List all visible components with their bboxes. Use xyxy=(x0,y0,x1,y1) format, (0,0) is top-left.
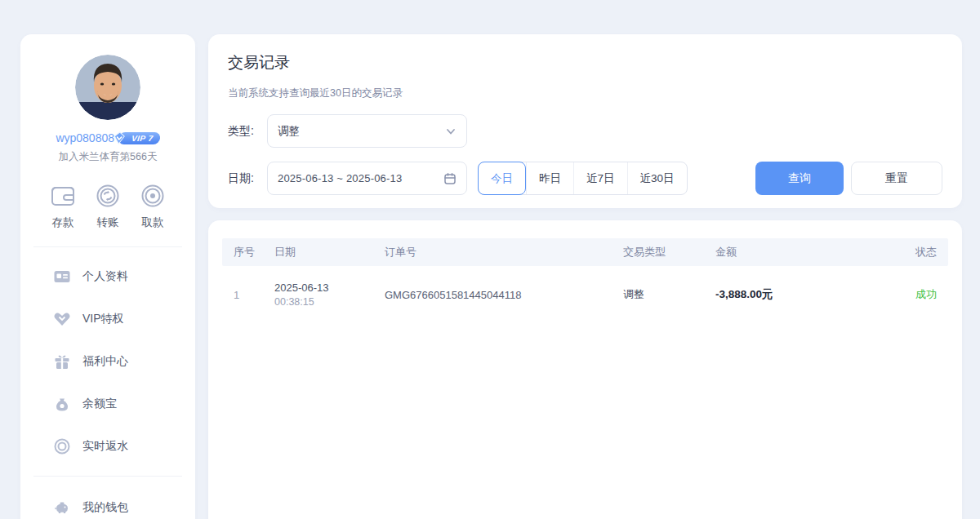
row-date: 2025-06-13 xyxy=(274,282,385,294)
filter-panel: 交易记录 当前系统支持查询最近30日的交易记录 类型: 调整 日期: 2025-… xyxy=(208,34,962,208)
sidebar-item-label: 实时返水 xyxy=(82,439,128,454)
date-range-input[interactable]: 2025-06-13 ~ 2025-06-13 xyxy=(267,162,467,195)
sidebar-item-vip[interactable]: VIP特权 xyxy=(20,298,195,340)
vip-heart-icon xyxy=(53,310,71,328)
transfer-icon xyxy=(93,182,122,210)
transfer-button[interactable]: 转账 xyxy=(93,182,122,230)
row-order-number: GMG6766051581445044118 xyxy=(385,289,623,301)
table-header: 序号 日期 订单号 交易类型 金额 状态 xyxy=(222,238,948,266)
withdraw-label: 取款 xyxy=(142,215,164,230)
column-header-amount: 金额 xyxy=(715,245,914,260)
deposit-label: 存款 xyxy=(52,215,74,230)
page-title: 交易记录 xyxy=(228,52,942,73)
sidebar-item-yuebao[interactable]: 余额宝 xyxy=(20,383,195,425)
sidebar-item-label: 个人资料 xyxy=(82,269,128,284)
join-days-text: 加入米兰体育第566天 xyxy=(20,150,195,164)
column-header-type: 交易类型 xyxy=(623,245,715,260)
deposit-button[interactable]: 存款 xyxy=(48,182,78,230)
transactions-table-panel: 序号 日期 订单号 交易类型 金额 状态 1 2025-06-13 00:38:… xyxy=(208,220,962,519)
quick-date-range-group: 今日 昨日 近7日 近30日 xyxy=(478,162,688,195)
vip-badge: VIP 7 xyxy=(118,132,160,144)
column-header-status: 状态 xyxy=(914,245,937,260)
filter-actions: 查询 重置 xyxy=(755,162,942,195)
column-header-date: 日期 xyxy=(274,245,385,260)
query-button[interactable]: 查询 xyxy=(755,162,844,195)
gift-icon xyxy=(53,353,71,370)
range-7days-button[interactable]: 近7日 xyxy=(573,162,627,194)
table-row: 1 2025-06-13 00:38:15 GMG676605158144504… xyxy=(222,266,948,312)
calendar-icon xyxy=(443,172,457,185)
date-range-value: 2025-06-13 ~ 2025-06-13 xyxy=(278,172,443,184)
sidebar-item-label: 余额宝 xyxy=(82,397,117,411)
sidebar-item-welfare[interactable]: 福利中心 xyxy=(20,340,195,383)
username: wyp080808 xyxy=(56,131,114,144)
chevron-down-icon xyxy=(445,126,457,137)
avatar[interactable] xyxy=(75,55,140,120)
sidebar-item-label: 福利中心 xyxy=(82,354,128,369)
sidebar-item-profile[interactable]: 个人资料 xyxy=(20,255,195,298)
withdraw-button[interactable]: 取款 xyxy=(138,182,167,230)
row-amount: -3,888.00元 xyxy=(715,287,914,302)
sidebar-item-rebate[interactable]: 实时返水 xyxy=(20,425,195,468)
id-card-icon xyxy=(53,268,71,286)
quick-actions: 存款 转账 xyxy=(20,182,195,230)
transfer-label: 转账 xyxy=(97,215,119,230)
date-label: 日期: xyxy=(228,171,267,186)
range-30days-button[interactable]: 近30日 xyxy=(627,162,687,194)
type-label: 类型: xyxy=(228,124,267,139)
money-bag-icon xyxy=(53,395,71,413)
row-status-badge: 成功 xyxy=(914,287,937,302)
vip-diamond-icon xyxy=(112,131,127,144)
range-yesterday-button[interactable]: 昨日 xyxy=(526,162,573,194)
type-select[interactable]: 调整 xyxy=(267,114,467,148)
rebate-icon xyxy=(53,437,71,455)
row-time: 00:38:15 xyxy=(274,296,385,308)
type-filter-row: 类型: 调整 xyxy=(228,114,942,148)
row-datetime: 2025-06-13 00:38:15 xyxy=(274,282,385,308)
piggy-bank-icon xyxy=(53,499,71,517)
row-index: 1 xyxy=(234,289,274,301)
type-select-value: 调整 xyxy=(278,124,445,139)
column-header-index: 序号 xyxy=(234,245,274,260)
row-transaction-type: 调整 xyxy=(623,287,715,302)
avatar-image xyxy=(75,55,140,120)
sidebar-menu: 个人资料 VIP特权 福利中心 xyxy=(20,247,195,468)
sidebar-item-label: 我的钱包 xyxy=(82,500,128,515)
wallet-icon xyxy=(48,182,78,210)
range-today-button[interactable]: 今日 xyxy=(478,162,526,195)
sidebar: wyp080808 VIP 7 加入米兰体育第566天 存款 xyxy=(20,34,195,519)
reset-button[interactable]: 重置 xyxy=(851,162,942,195)
sidebar-item-label: VIP特权 xyxy=(82,312,124,326)
date-filter-row: 日期: 2025-06-13 ~ 2025-06-13 今日 昨日 近7日 近3… xyxy=(228,162,942,195)
withdraw-icon xyxy=(138,182,167,210)
page-subtitle: 当前系统支持查询最近30日的交易记录 xyxy=(228,86,942,100)
sidebar-item-wallet[interactable]: 我的钱包 xyxy=(20,486,195,519)
column-header-order: 订单号 xyxy=(385,245,623,260)
vip-badge-label: VIP 7 xyxy=(131,134,154,143)
